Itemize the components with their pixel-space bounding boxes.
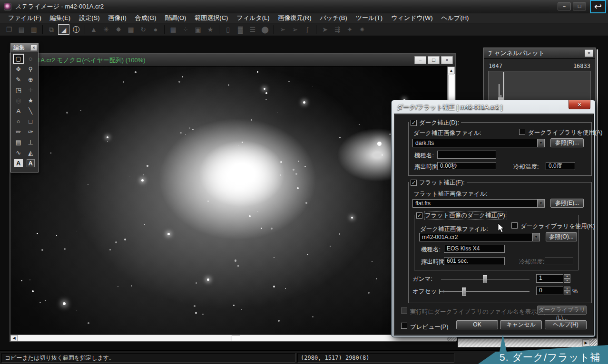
image-window-titlebar[interactable]: m42-001A.cr2 モノクロ(ベイヤー配列) (100%) − □ × [10, 54, 455, 67]
sharpen-icon[interactable]: ✸ [113, 24, 124, 35]
minimize-button[interactable]: − [558, 2, 571, 10]
gamma-value-field[interactable]: 1 [536, 274, 563, 283]
dropdown-arrow-icon[interactable]: ▼ [537, 200, 544, 207]
histogram-icon[interactable]: ◢ [58, 24, 69, 35]
use-dark-library-k-checkbox[interactable] [511, 222, 518, 229]
tool-zoom[interactable]: ⚲ [25, 64, 37, 74]
tool-move[interactable]: ✛ [25, 85, 37, 95]
help-button[interactable]: ヘルプ(H) [545, 320, 587, 329]
menu-composite[interactable]: 合成(G) [131, 13, 161, 23]
brightness-icon[interactable]: ✳ [100, 24, 112, 35]
exposure-field-1[interactable]: 0.00秒 [437, 162, 496, 170]
curves-icon[interactable]: ∫ [302, 24, 313, 35]
save-icon[interactable]: ▤ [16, 24, 27, 35]
spin-up-icon[interactable]: ▲ [564, 287, 570, 291]
info-icon[interactable]: ⓘ [70, 24, 82, 35]
browse-o-button[interactable]: 参照(O)... [546, 232, 577, 241]
cancel-button[interactable]: キャンセル [500, 320, 542, 329]
tool-star-select[interactable]: ★ [25, 96, 37, 105]
tool-palette-titlebar[interactable]: 編集 ✕ [11, 43, 38, 52]
tool-zoom-area[interactable]: ⊕ [25, 75, 37, 85]
list-icon[interactable]: ☰ [247, 24, 258, 35]
tool-brush[interactable]: ✎ [13, 75, 24, 85]
browse-e-button[interactable]: 参照(E)... [550, 199, 584, 208]
menu-image[interactable]: 画像(I) [104, 13, 131, 23]
offset-slider-track[interactable] [441, 291, 530, 292]
select-adjust-icon[interactable]: ⇶ [332, 24, 343, 35]
image-maximize-button[interactable]: □ [428, 56, 440, 64]
tool-pencil[interactable]: ✏ [13, 127, 24, 137]
scroll-left-icon[interactable]: ◀ [10, 335, 18, 341]
menu-window[interactable]: ウィンドウ(W) [387, 13, 437, 23]
tool-text[interactable]: A [13, 106, 24, 116]
tool-ruler[interactable]: ▤ [13, 137, 24, 147]
tool-crop[interactable]: ◳ [13, 85, 24, 95]
use-dark-library-a-checkbox[interactable] [519, 129, 525, 135]
levels-bars-icon[interactable]: ▦ [125, 24, 137, 35]
dialog-close-button[interactable]: ✕ [569, 100, 590, 109]
arrange-windows-icon[interactable]: ⧉ [46, 24, 57, 35]
grid-icon[interactable]: ⁘ [180, 24, 191, 35]
tool-text-light[interactable]: A [14, 159, 23, 167]
star-tool-icon[interactable]: ★ [205, 24, 216, 35]
gamma-spinner[interactable]: ▲ ▼ [564, 274, 570, 283]
pick-star-icon[interactable]: ➢ [289, 24, 301, 35]
dark-library-button[interactable]: ダークライブラリ(L)... [537, 306, 587, 315]
tool-eyedropper[interactable]: ✑ [25, 127, 37, 137]
dialog-titlebar[interactable]: ダーク/フラット補正 [ m42-001A.cr2 ] ✕ [392, 100, 595, 114]
select-copy-icon[interactable]: ➤ [319, 24, 331, 35]
channel-palette-close-icon[interactable]: ✕ [585, 49, 593, 57]
curtain-icon[interactable]: ▓ [235, 24, 246, 35]
tool-graph[interactable]: ∿ [13, 148, 24, 158]
menu-selection[interactable]: 範囲選択(C) [190, 13, 232, 23]
align-icon[interactable]: ▲ [88, 24, 99, 35]
stack-icon[interactable]: ▣ [192, 24, 204, 35]
menu-batch[interactable]: バッチ(B) [316, 13, 352, 23]
star-burst-icon[interactable]: ✷ [356, 24, 368, 35]
cooling-field-1[interactable]: 0.0度 [546, 162, 575, 170]
dropdown-arrow-icon[interactable]: ▼ [537, 139, 544, 147]
pick-select-icon[interactable]: ➣ [277, 24, 288, 35]
menu-edit[interactable]: 編集(E) [46, 13, 75, 23]
flat-dark-file-combo[interactable]: m42-001A.cr2 ▼ [419, 233, 540, 241]
preview-checkbox[interactable] [401, 323, 407, 329]
menu-help[interactable]: ヘルプ(H) [437, 13, 473, 23]
menu-filter[interactable]: フィルタ(L) [232, 13, 274, 23]
offset-slider-thumb[interactable] [462, 287, 466, 296]
tool-ellipse-select[interactable]: ◌ [25, 54, 37, 64]
image-minimize-button[interactable]: − [414, 56, 426, 64]
nebula-image[interactable] [10, 67, 447, 335]
menu-restoration[interactable]: 画像復元(R) [274, 13, 316, 23]
tool-palette-close-icon[interactable]: ✕ [30, 45, 37, 51]
dropdown-arrow-icon[interactable]: ▼ [532, 233, 539, 241]
flat-correction-checkbox[interactable]: ✓ [411, 180, 417, 186]
redo-arrow-button[interactable]: ↩ [590, 0, 606, 13]
menu-settings[interactable]: 設定(S) [75, 13, 104, 23]
horizontal-scroll-thumb[interactable] [232, 335, 240, 341]
gamma-slider-thumb[interactable] [483, 275, 487, 283]
spin-down-icon[interactable]: ▼ [564, 278, 570, 283]
spin-up-icon[interactable]: ▲ [564, 274, 570, 278]
offset-spinner[interactable]: ▲ ▼ [564, 287, 570, 295]
menu-file[interactable]: ファイル(F) [4, 13, 46, 23]
rotate-icon[interactable]: ↻ [137, 24, 149, 35]
exposure-field-3[interactable]: 601 sec. [444, 257, 505, 265]
horizontal-scrollbar[interactable]: ◀ [10, 335, 447, 341]
cylinder-icon[interactable]: ▯ [222, 24, 234, 35]
tool-flatten[interactable]: ◭ [25, 148, 37, 158]
rgb-matrix-icon[interactable]: ▦ [167, 24, 179, 35]
tool-ellipse-draw[interactable]: ○ [13, 116, 24, 126]
tool-line[interactable]: ╲ [25, 106, 37, 116]
tool-rect-draw[interactable]: □ [25, 116, 37, 126]
offset-value-field[interactable]: 0 [536, 287, 563, 295]
dark-file-combo[interactable]: dark.fts ▼ [412, 139, 545, 147]
flat-dark-checkbox[interactable]: ✓ [416, 212, 422, 219]
tool-stamp[interactable]: ⊥ [25, 137, 37, 147]
scroll-right-icon[interactable]: ▶ [582, 339, 589, 346]
blur-icon[interactable]: ● [150, 24, 161, 35]
dark-correction-checkbox[interactable]: ✓ [411, 120, 417, 126]
ok-button[interactable]: OK [456, 320, 498, 329]
select-zoom-icon[interactable]: ✦ [344, 24, 355, 35]
tool-pan-hand[interactable]: ✥ [13, 64, 24, 74]
image-close-button[interactable]: × [441, 56, 453, 64]
